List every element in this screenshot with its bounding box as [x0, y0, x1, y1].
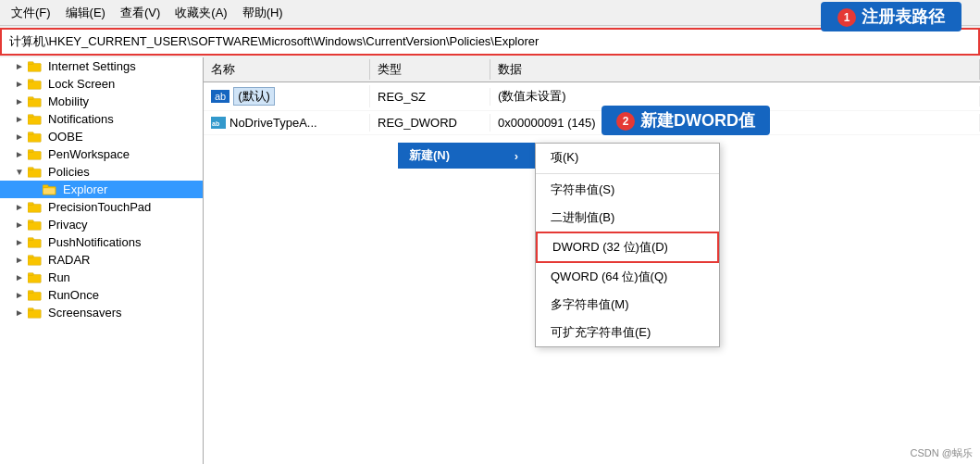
svg-rect-17	[28, 204, 41, 212]
tree-item[interactable]: ► Run	[0, 269, 203, 286]
submenu-item-multistring[interactable]: 多字符串值(M)	[536, 291, 719, 319]
tree-item[interactable]: ► Internet Settings	[0, 57, 203, 75]
folder-icon	[28, 236, 44, 249]
tree-item[interactable]: ► Notifications	[0, 110, 203, 128]
submenu-item-binary[interactable]: 二进制值(B)	[536, 204, 719, 232]
svg-rect-6	[28, 116, 41, 124]
submenu-item-dword[interactable]: DWORD (32 位)值(D)	[536, 232, 719, 263]
svg-rect-25	[28, 274, 41, 282]
col-type: 类型	[370, 59, 490, 80]
tree-arrow: ►	[15, 132, 28, 142]
tree-item[interactable]: ► PrecisionTouchPad	[0, 198, 203, 216]
tree-arrow: ►	[15, 290, 28, 300]
tree-item-label: Explorer	[63, 182, 107, 196]
ab-icon: ab	[211, 90, 229, 103]
submenu-item-expandstring[interactable]: 可扩充字符串值(E)	[536, 319, 719, 346]
svg-rect-0	[28, 63, 41, 71]
svg-rect-28	[28, 290, 33, 293]
tree-arrow: ►	[15, 96, 28, 107]
tree-item-label: PushNotifications	[48, 235, 141, 249]
svg-rect-27	[28, 292, 41, 300]
tree-item[interactable]: ► RADAR	[0, 251, 203, 269]
folder-icon	[28, 113, 44, 126]
folder-icon	[28, 271, 44, 284]
reg-type-default: REG_SZ	[370, 88, 490, 106]
tree-item[interactable]: ► Mobility	[0, 93, 203, 110]
tree-item-label: Notifications	[48, 112, 114, 126]
tree-item-label: Privacy	[48, 218, 88, 232]
registry-panel: 名称 类型 数据 ab (默认) REG_SZ (数值未设置) ab N	[204, 57, 980, 464]
col-data: 数据	[490, 59, 980, 80]
tree-item[interactable]: ► Screensavers	[0, 304, 203, 321]
dword-icon: ab	[211, 117, 226, 129]
tree-item-label: PenWorkspace	[48, 147, 130, 161]
svg-rect-5	[28, 96, 33, 99]
submenu-divider	[536, 173, 719, 174]
tree-arrow: ►	[15, 149, 28, 159]
folder-icon	[28, 148, 44, 161]
context-menu-overlay: 2新建DWORD值 新建(N) › 项(K) 字符串值(S) 二进制值(B) D…	[398, 104, 537, 169]
tree-item-label: RunOnce	[48, 288, 99, 302]
menu-help[interactable]: 帮助(H)	[235, 3, 291, 23]
svg-rect-18	[28, 202, 33, 205]
folder-open-icon	[43, 183, 59, 196]
svg-rect-7	[28, 114, 33, 117]
submenu-item-qword[interactable]: QWORD (64 位)值(Q)	[536, 263, 719, 291]
tree-item[interactable]: ► Privacy	[0, 216, 203, 233]
registry-row[interactable]: ab NoDriveTypeA... REG_DWORD 0x00000091 …	[204, 111, 980, 135]
folder-icon	[28, 289, 44, 302]
context-menu-new-button[interactable]: 新建(N) ›	[398, 143, 537, 169]
tree-arrow: ►	[15, 114, 28, 124]
svg-rect-24	[28, 255, 33, 257]
folder-icon	[28, 307, 44, 320]
svg-rect-10	[28, 151, 41, 159]
svg-rect-29	[28, 309, 41, 318]
reg-path-label: 1注册表路径	[821, 2, 961, 31]
menu-view[interactable]: 查看(V)	[113, 3, 167, 23]
svg-rect-4	[28, 98, 41, 107]
tree-arrow: ►	[15, 219, 28, 230]
badge-2: 2	[616, 112, 635, 131]
svg-rect-15	[43, 184, 48, 187]
tree-item-label: RADAR	[48, 253, 91, 267]
reg-data-default: (数值未设置)	[490, 86, 980, 107]
svg-rect-16	[43, 188, 55, 194]
menu-file[interactable]: 文件(F)	[4, 3, 58, 23]
reg-name-nodrive: ab NoDriveTypeA...	[204, 114, 370, 132]
tree-item[interactable]: ▼ Policies	[0, 163, 203, 181]
registry-row[interactable]: ab (默认) REG_SZ (数值未设置)	[204, 82, 980, 111]
svg-rect-21	[28, 239, 41, 247]
svg-rect-13	[28, 167, 33, 169]
menu-favorites[interactable]: 收藏夹(A)	[167, 3, 234, 23]
tree-item-label: Lock Screen	[48, 77, 115, 91]
tree-arrow: ►	[15, 255, 28, 265]
tree-item[interactable]: ► Lock Screen	[0, 75, 203, 93]
tree-item-label: Screensavers	[48, 306, 121, 320]
tree-item[interactable]: ► RunOnce	[0, 286, 203, 304]
svg-rect-2	[28, 81, 41, 89]
svg-rect-11	[28, 149, 33, 152]
tree-item-label: OOBE	[48, 130, 83, 144]
default-tag: (默认)	[233, 87, 275, 106]
folder-icon	[28, 219, 44, 232]
folder-icon	[28, 254, 44, 267]
tree-item[interactable]: Explorer	[0, 181, 203, 198]
reg-name-text: NoDriveTypeA...	[229, 116, 317, 130]
submenu-item-string[interactable]: 字符串值(S)	[536, 176, 719, 204]
submenu-item-key[interactable]: 项(K)	[536, 144, 719, 171]
folder-icon	[28, 60, 44, 73]
menu-edit[interactable]: 编辑(E)	[58, 3, 113, 23]
new-dword-label: 2新建DWORD值	[602, 106, 770, 135]
tree-item-label: Run	[48, 270, 70, 284]
svg-text:ab: ab	[212, 120, 219, 127]
svg-rect-23	[28, 257, 41, 265]
tree-item[interactable]: ► PenWorkspace	[0, 145, 203, 163]
folder-icon	[28, 95, 44, 108]
tree-item-label: Policies	[48, 165, 90, 179]
tree-item[interactable]: ► OOBE	[0, 128, 203, 145]
folder-icon	[28, 166, 44, 179]
tree-arrow: ►	[15, 307, 28, 318]
svg-rect-9	[28, 132, 33, 134]
tree-item[interactable]: ► PushNotifications	[0, 233, 203, 251]
watermark: CSDN @蜗乐	[911, 446, 973, 460]
